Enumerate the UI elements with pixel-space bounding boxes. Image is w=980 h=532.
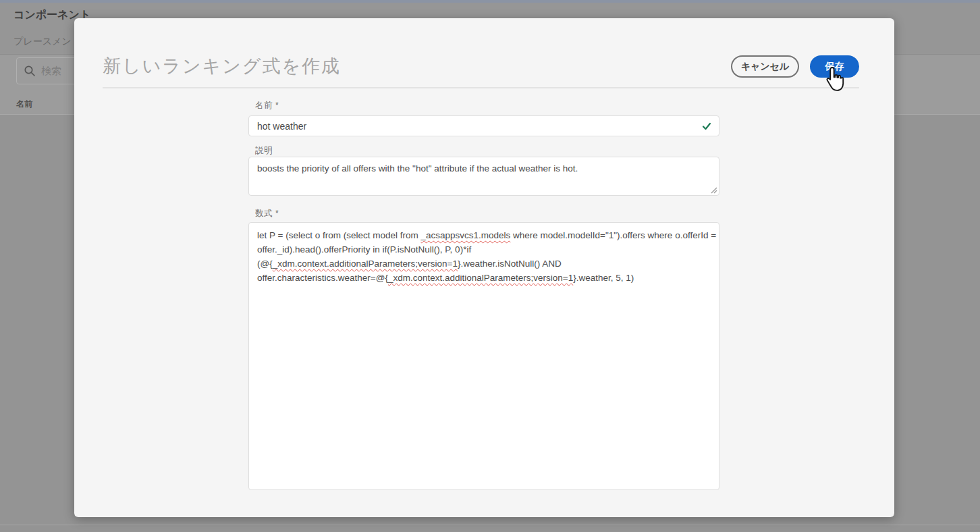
title-divider	[103, 87, 859, 88]
description-value: boosts the priority of all offers with t…	[257, 163, 578, 174]
description-field-label: 説明	[255, 145, 273, 157]
required-asterisk: *	[275, 209, 279, 218]
formula-line: (@{_xdm.context.additionalParameters;ver…	[257, 257, 711, 271]
cancel-button[interactable]: キャンセル	[731, 55, 799, 78]
background-bottom-divider	[0, 525, 980, 525]
misspelled-token: _xdm.context.additionalParameters;versio…	[388, 273, 573, 283]
misspelled-token: _acsappsvcs1.models	[420, 230, 510, 240]
name-input-value: hot weather	[257, 121, 306, 132]
valid-check-icon	[702, 122, 711, 131]
search-icon	[24, 65, 36, 77]
formula-line: offer.characteristics.weather=@{_xdm.con…	[257, 271, 711, 285]
table-column-header-name: 名前	[16, 99, 33, 110]
textarea-resize-handle[interactable]	[711, 187, 717, 194]
save-button[interactable]: 保存	[810, 55, 859, 78]
save-button-label: 保存	[825, 61, 844, 73]
create-ranking-formula-dialog: 新しいランキング式を作成 キャンセル 保存 名前* hot weather 説明…	[74, 18, 894, 517]
formula-field-label: 数式*	[255, 208, 279, 219]
name-field-label: 名前*	[255, 100, 279, 111]
misspelled-token: _xdm.context.additionalParameters;versio…	[273, 259, 458, 269]
dialog-title: 新しいランキング式を作成	[103, 54, 341, 78]
formula-line: let P = (select o from (select model fro…	[257, 228, 711, 242]
formula-line: offer._id).head().offerPriority in if(P.…	[257, 242, 711, 257]
formula-textarea[interactable]: let P = (select o from (select model fro…	[248, 222, 719, 490]
description-textarea[interactable]: boosts the priority of all offers with t…	[248, 157, 719, 196]
search-placeholder: 検索	[41, 65, 61, 78]
name-input[interactable]: hot weather	[248, 115, 719, 136]
cancel-button-label: キャンセル	[741, 61, 790, 73]
required-asterisk: *	[275, 101, 279, 110]
